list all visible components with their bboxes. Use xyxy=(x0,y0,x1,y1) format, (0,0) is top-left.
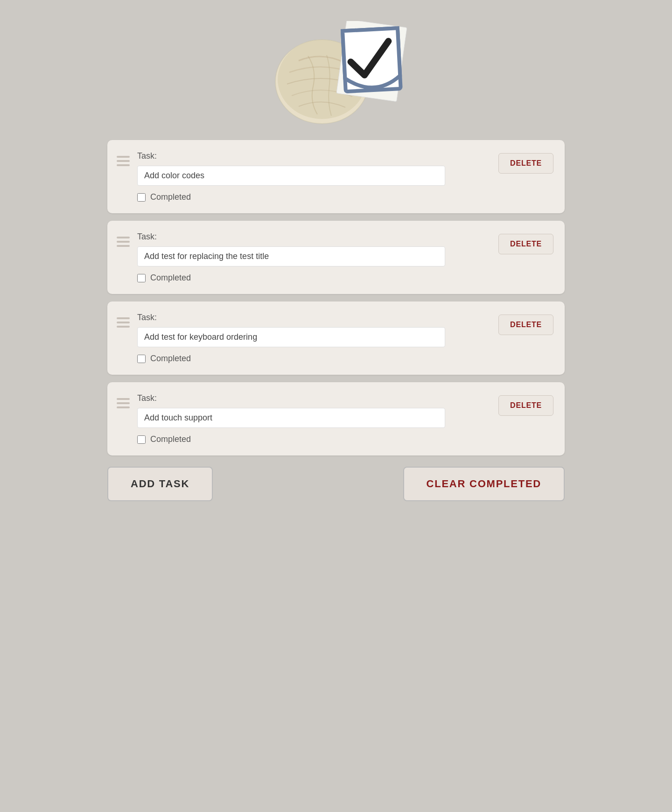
completed-row: Completed xyxy=(137,434,491,444)
drag-handle-bar xyxy=(117,326,130,328)
drag-handle-bar xyxy=(117,237,130,238)
completed-row: Completed xyxy=(137,273,491,283)
task-content: Task: Completed xyxy=(137,232,491,283)
completed-label[interactable]: Completed xyxy=(150,434,191,444)
drag-handle-bar xyxy=(117,317,130,319)
completed-label[interactable]: Completed xyxy=(150,273,191,283)
task-input[interactable] xyxy=(137,246,445,266)
delete-button[interactable]: DELETE xyxy=(498,153,553,174)
app-logo xyxy=(257,19,415,131)
drag-handle[interactable] xyxy=(117,232,130,247)
delete-button[interactable]: DELETE xyxy=(498,234,553,254)
drag-handle-bar xyxy=(117,406,130,408)
drag-handle-bar xyxy=(117,402,130,404)
drag-handle-bar xyxy=(117,398,130,400)
task-card: Task: Completed DELETE xyxy=(107,221,565,294)
add-task-button[interactable]: ADD TASK xyxy=(107,467,213,501)
drag-handle-bar xyxy=(117,160,130,162)
task-content: Task: Completed xyxy=(137,313,491,364)
drag-handle[interactable] xyxy=(117,393,130,408)
drag-handle-bar xyxy=(117,322,130,323)
drag-handle-bar xyxy=(117,241,130,243)
delete-button[interactable]: DELETE xyxy=(498,315,553,335)
task-label: Task: xyxy=(137,393,491,403)
completed-row: Completed xyxy=(137,192,491,202)
completed-row: Completed xyxy=(137,354,491,364)
completed-checkbox[interactable] xyxy=(137,274,146,282)
drag-handle-bar xyxy=(117,156,130,158)
task-label: Task: xyxy=(137,151,491,161)
task-content: Task: Completed xyxy=(137,393,491,444)
drag-handle[interactable] xyxy=(117,151,130,166)
task-card: Task: Completed DELETE xyxy=(107,301,565,375)
clear-completed-button[interactable]: CLEAR COMPLETED xyxy=(403,467,565,501)
task-input[interactable] xyxy=(137,408,445,428)
completed-checkbox[interactable] xyxy=(137,193,146,202)
task-input[interactable] xyxy=(137,166,445,186)
tasks-container: Task: Completed DELETE Task: Completed xyxy=(107,140,565,455)
completed-checkbox[interactable] xyxy=(137,355,146,363)
task-card: Task: Completed DELETE xyxy=(107,382,565,455)
task-content: Task: Completed xyxy=(137,151,491,202)
task-label: Task: xyxy=(137,313,491,322)
drag-handle-bar xyxy=(117,164,130,166)
task-input[interactable] xyxy=(137,327,445,347)
task-card: Task: Completed DELETE xyxy=(107,140,565,213)
delete-button[interactable]: DELETE xyxy=(498,395,553,416)
completed-label[interactable]: Completed xyxy=(150,192,191,202)
bottom-bar: ADD TASK CLEAR COMPLETED xyxy=(107,467,565,501)
drag-handle[interactable] xyxy=(117,313,130,328)
hero-area xyxy=(0,0,672,140)
completed-checkbox[interactable] xyxy=(137,435,146,444)
drag-handle-bar xyxy=(117,245,130,247)
task-label: Task: xyxy=(137,232,491,242)
completed-label[interactable]: Completed xyxy=(150,354,191,364)
